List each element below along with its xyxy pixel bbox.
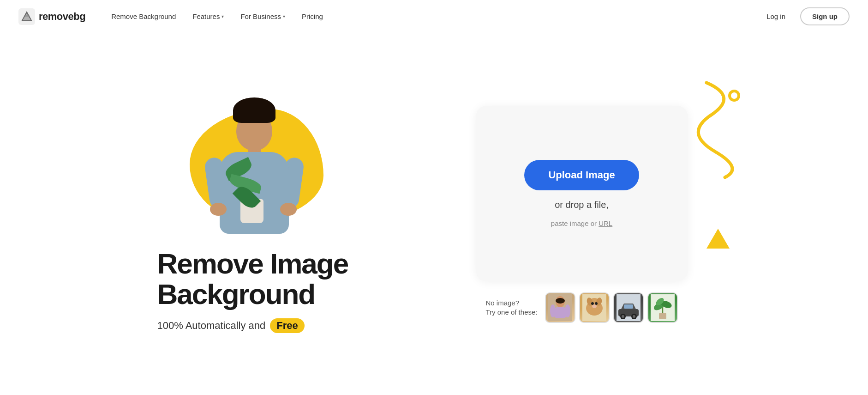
logo-icon <box>18 8 35 25</box>
svg-marker-5 <box>706 229 730 249</box>
nav-item-remove-background[interactable]: Remove Background <box>104 9 183 24</box>
logo[interactable]: removebg <box>18 8 85 25</box>
sample-thumb-person[interactable] <box>545 292 575 323</box>
nav-item-pricing[interactable]: Pricing <box>294 9 330 24</box>
signup-button[interactable]: Sign up <box>800 7 850 25</box>
upload-dropzone[interactable]: Upload Image or drop a file, paste image… <box>476 106 688 281</box>
svg-point-17 <box>591 302 594 305</box>
svg-rect-3 <box>24 15 30 17</box>
upload-image-button[interactable]: Upload Image <box>524 160 639 190</box>
nav-item-features[interactable]: Features ▾ <box>185 9 231 24</box>
sample-thumb-dog[interactable] <box>579 292 610 323</box>
login-button[interactable]: Log in <box>757 9 795 24</box>
hero-title: Remove Image Background <box>157 249 348 309</box>
free-badge: Free <box>270 318 304 333</box>
svg-point-19 <box>592 304 597 308</box>
sample-thumb-car[interactable] <box>613 292 644 323</box>
auth-buttons: Log in Sign up <box>757 7 850 25</box>
svg-point-26 <box>633 315 635 318</box>
hero-subtitle: 100% Automatically and Free <box>157 318 348 333</box>
paste-text: paste image or URL <box>551 219 612 227</box>
samples-label: No image? Try one of these: <box>485 298 537 316</box>
svg-point-4 <box>730 91 739 100</box>
hero-left: Remove Image Background 100% Automatical… <box>157 95 425 333</box>
svg-rect-11 <box>556 298 565 304</box>
svg-point-25 <box>622 315 624 318</box>
main-content: Remove Image Background 100% Automatical… <box>0 33 868 395</box>
sample-thumbs-container <box>545 292 678 323</box>
header: removebg Remove Background Features ▾ Fo… <box>0 0 868 33</box>
triangle-decoration <box>706 229 730 249</box>
sample-thumb-plant[interactable] <box>647 292 678 323</box>
svg-point-10 <box>565 304 570 317</box>
hero-image <box>176 95 333 234</box>
hero-text: Remove Image Background 100% Automatical… <box>157 249 348 333</box>
svg-rect-22 <box>624 304 633 309</box>
url-link[interactable]: URL <box>599 219 612 227</box>
svg-point-18 <box>595 302 598 305</box>
nav-item-for-business[interactable]: For Business ▾ <box>233 9 293 24</box>
chevron-down-icon: ▾ <box>221 14 224 19</box>
drop-text: or drop a file, <box>555 200 609 210</box>
logo-text: removebg <box>39 11 85 23</box>
main-nav: Remove Background Features ▾ For Busines… <box>104 9 757 24</box>
chevron-down-icon: ▾ <box>283 14 285 19</box>
hero-right: Upload Image or drop a file, paste image… <box>453 106 711 323</box>
svg-rect-28 <box>659 313 666 319</box>
svg-point-9 <box>550 304 556 317</box>
sample-images-row: No image? Try one of these: <box>453 292 711 323</box>
svg-rect-8 <box>554 307 567 318</box>
